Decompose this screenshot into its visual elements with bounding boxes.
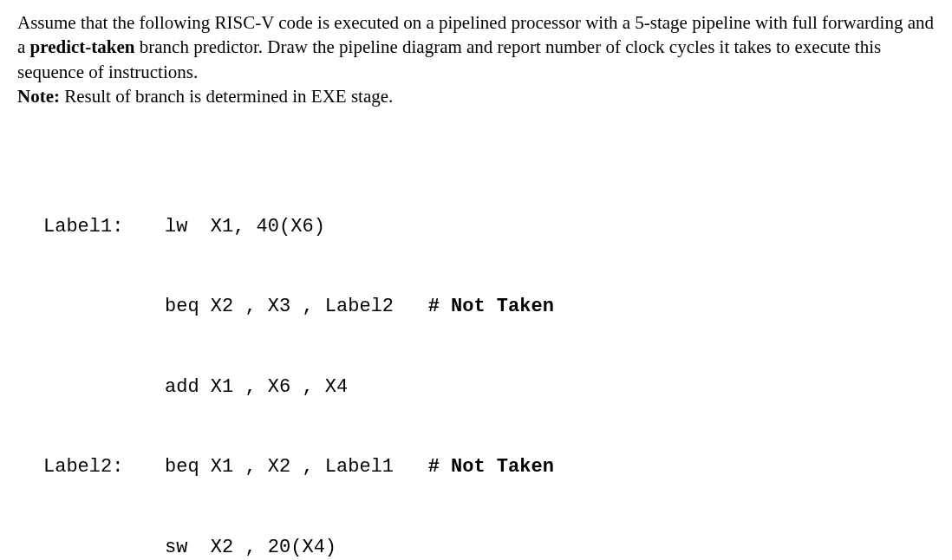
code-line: beq X2 , X3 , Label2 # Not Taken [43, 294, 935, 321]
note-text: Result of branch is determined in EXE st… [60, 86, 393, 107]
intro-post: branch predictor. Draw the pipeline diag… [17, 36, 881, 81]
code-instr: beq X1 , X2 , Label1 [165, 454, 428, 481]
problem-statement: Assume that the following RISC-V code is… [17, 10, 935, 108]
code-label: Label2: [43, 454, 165, 481]
code-line: add X1 , X6 , X4 [43, 374, 935, 401]
code-instr: add X1 , X6 , X4 [165, 374, 348, 401]
code-block: Label1:lw X1, 40(X6) beq X2 , X3 , Label… [43, 160, 935, 560]
code-line: sw X2 , 20(X4) [43, 535, 935, 560]
code-instr: lw X1, 40(X6) [165, 214, 325, 241]
code-comment: # Not Taken [428, 294, 554, 321]
intro-paragraph: Assume that the following RISC-V code is… [17, 10, 935, 84]
code-comment: # Not Taken [428, 454, 554, 481]
intro-bold: predict-taken [30, 36, 135, 57]
code-label [43, 374, 165, 401]
code-instr: sw X2 , 20(X4) [165, 535, 336, 560]
code-label [43, 535, 165, 560]
note-label: Note: [17, 86, 60, 107]
code-label [43, 294, 165, 321]
code-line: Label1:lw X1, 40(X6) [43, 214, 935, 241]
code-line: Label2:beq X1 , X2 , Label1 # Not Taken [43, 454, 935, 481]
code-instr: beq X2 , X3 , Label2 [165, 294, 428, 321]
code-label: Label1: [43, 214, 165, 241]
note-line: Note: Result of branch is determined in … [17, 84, 935, 108]
